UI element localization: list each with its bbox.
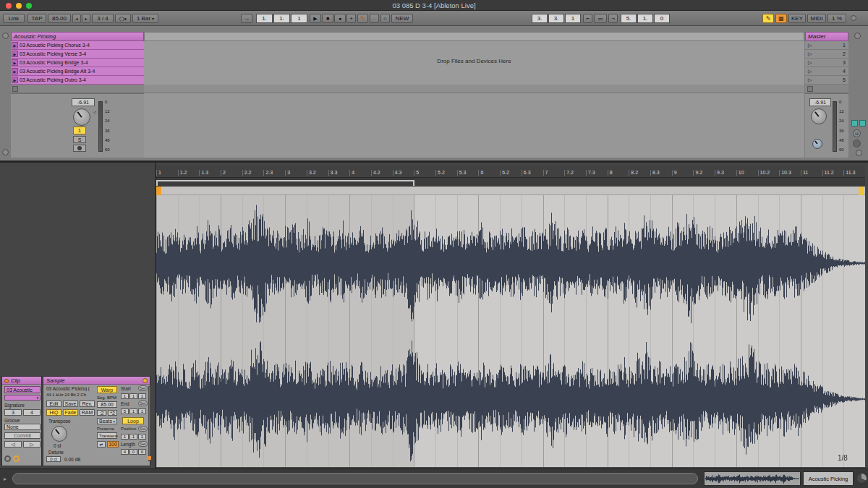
- clip-start-marker[interactable]: [156, 187, 161, 195]
- loop-length-bars[interactable]: 5.: [621, 14, 637, 23]
- crossfade-a-button[interactable]: [851, 120, 858, 127]
- preview-toggle[interactable]: [853, 140, 861, 147]
- punch-in-button[interactable]: ⌐: [583, 14, 592, 23]
- loop-length-sixteenths-field[interactable]: 0: [138, 449, 146, 455]
- record-button[interactable]: ●: [334, 14, 346, 23]
- stop-all-clips-button[interactable]: [807, 86, 813, 92]
- clip-box-header[interactable]: Clip: [2, 377, 41, 385]
- loop-position-bars[interactable]: 1: [121, 434, 129, 440]
- automation-arm-button[interactable]: ✎: [357, 14, 368, 23]
- beat-ruler[interactable]: 11.21.322.22.333.23.344.24.355.25.366.26…: [156, 165, 865, 178]
- transient-loop-mode-button[interactable]: ⇄: [97, 441, 106, 448]
- link-button[interactable]: Link: [3, 14, 25, 23]
- show-io-toggle-right[interactable]: [854, 33, 861, 39]
- scrub-area[interactable]: [156, 187, 865, 195]
- transpose-value[interactable]: 0 st: [54, 443, 61, 448]
- arrangement-position-beats[interactable]: 1.: [273, 14, 290, 23]
- start-bars[interactable]: 1: [121, 393, 129, 399]
- clip-play-button[interactable]: ▶: [12, 51, 18, 57]
- show-mixer-toggle-left[interactable]: [2, 149, 9, 155]
- scene-slot[interactable]: ▷4: [805, 67, 848, 76]
- empty-track-header-zone[interactable]: [144, 32, 804, 41]
- transpose-knob[interactable]: [51, 426, 67, 442]
- drop-zone-text[interactable]: Drop Files and Devices Here: [144, 58, 804, 64]
- groove-chooser[interactable]: None: [4, 424, 41, 430]
- track-activator-button[interactable]: 1: [73, 127, 86, 134]
- master-volume-knob[interactable]: [811, 108, 827, 124]
- start-beats[interactable]: 1: [129, 393, 137, 399]
- key-map-button[interactable]: KEY: [788, 14, 806, 23]
- master-track-header[interactable]: Master: [805, 32, 848, 41]
- clip-slot[interactable]: ▶03 Acoustic Picking Chorus 3-4: [11, 41, 144, 50]
- transient-envelope-value[interactable]: 100: [107, 441, 119, 448]
- midi-map-button[interactable]: MIDI: [807, 14, 826, 23]
- metronome-button[interactable]: ◯●: [115, 14, 131, 23]
- crossfade-b-button[interactable]: [859, 120, 866, 127]
- tempo-field[interactable]: 85.00: [48, 14, 71, 23]
- double-tempo-button[interactable]: *2: [108, 410, 117, 416]
- start-sixteenths[interactable]: 1: [138, 393, 146, 399]
- ram-button[interactable]: RAM: [80, 409, 95, 416]
- master-volume-value[interactable]: -6.91: [809, 98, 831, 106]
- clip-slot[interactable]: ▶03 Acoustic Picking Bridge 3-4: [11, 59, 144, 67]
- half-tempo-button[interactable]: :2: [97, 410, 106, 416]
- zoom-slider-handle[interactable]: [147, 456, 151, 460]
- stop-button[interactable]: ■: [322, 14, 333, 23]
- session-record-button[interactable]: ○: [380, 14, 390, 23]
- detune-value[interactable]: 0 ct: [46, 456, 61, 462]
- loop-position-beats[interactable]: 1: [129, 434, 137, 440]
- warp-button[interactable]: Warp: [97, 386, 117, 393]
- scene-slot[interactable]: ▷5: [805, 76, 848, 85]
- envelope-panel-toggle[interactable]: [13, 455, 20, 462]
- warp-mode-chooser[interactable]: Beats ▾: [97, 418, 117, 424]
- position-set-button[interactable]: Set: [138, 426, 148, 432]
- clip-play-button[interactable]: ▶: [12, 77, 18, 83]
- tap-tempo-button[interactable]: TAP: [27, 14, 46, 23]
- punch-out-button[interactable]: ¬: [608, 14, 618, 23]
- loop-button[interactable]: Loop: [122, 417, 144, 424]
- nudge-forward-button[interactable]: ▷: [23, 441, 41, 448]
- back-to-arrangement-button[interactable]: ←: [370, 14, 379, 23]
- solo-button[interactable]: S: [73, 136, 86, 143]
- scene-slot[interactable]: ▷3: [805, 59, 848, 67]
- end-set-button[interactable]: Set: [138, 401, 148, 406]
- clip-name-field[interactable]: 03 Acoustic: [4, 386, 41, 393]
- nudge-down-button[interactable]: ◂: [72, 14, 81, 23]
- clip-overview[interactable]: [704, 471, 801, 486]
- show-mixer-toggle-right[interactable]: [856, 150, 862, 156]
- loop-length-sixteenths[interactable]: 0: [654, 14, 670, 23]
- end-bars[interactable]: 5: [121, 408, 129, 414]
- clip-slot[interactable]: ▶03 Acoustic Picking Bridge Alt 3-4: [11, 67, 144, 76]
- follow-button[interactable]: →: [241, 14, 252, 23]
- sample-preview-button[interactable]: [142, 378, 148, 383]
- arrangement-position-sixteenths[interactable]: 1: [291, 14, 307, 23]
- clip-panel-toggle[interactable]: [4, 455, 11, 462]
- loop-start-beats[interactable]: 3.: [548, 14, 564, 23]
- scene-slot[interactable]: ▷1: [805, 41, 848, 50]
- commit-button[interactable]: Commit: [4, 432, 41, 439]
- quantization-menu[interactable]: 1 Bar ▾: [132, 14, 158, 23]
- clip-play-button[interactable]: ▶: [12, 59, 18, 66]
- fade-button[interactable]: Fade: [63, 409, 78, 416]
- time-signature-field[interactable]: 3 / 4: [92, 14, 114, 23]
- show-io-toggle-left[interactable]: [2, 33, 9, 39]
- clip-slot[interactable]: ▶03 Acoustic Picking Verse 3-4: [11, 50, 144, 59]
- nudge-up-button[interactable]: ▸: [82, 14, 90, 23]
- nudge-back-button[interactable]: ◁: [4, 441, 22, 448]
- save-button[interactable]: Save: [63, 401, 78, 407]
- start-set-button[interactable]: Set: [138, 385, 148, 391]
- clip-stop-slot[interactable]: [12, 86, 18, 92]
- scene-slot[interactable]: ▷2: [805, 50, 848, 59]
- play-button[interactable]: ▶: [310, 14, 321, 23]
- edit-button[interactable]: Edit: [46, 401, 61, 407]
- overdub-button[interactable]: +: [346, 14, 356, 23]
- clip-color-chooser[interactable]: ▾: [4, 395, 41, 401]
- loop-length-bars-field[interactable]: 4: [121, 449, 129, 455]
- clip-activator-led[interactable]: [4, 379, 9, 383]
- sample-waveform[interactable]: [156, 195, 865, 467]
- clip-play-button[interactable]: ▶: [12, 42, 18, 48]
- loop-switch[interactable]: ▭: [594, 14, 607, 23]
- end-sixteenths[interactable]: 1: [138, 408, 146, 414]
- loop-length-beats[interactable]: 1.: [637, 14, 653, 23]
- sample-box-header[interactable]: Sample: [43, 377, 150, 385]
